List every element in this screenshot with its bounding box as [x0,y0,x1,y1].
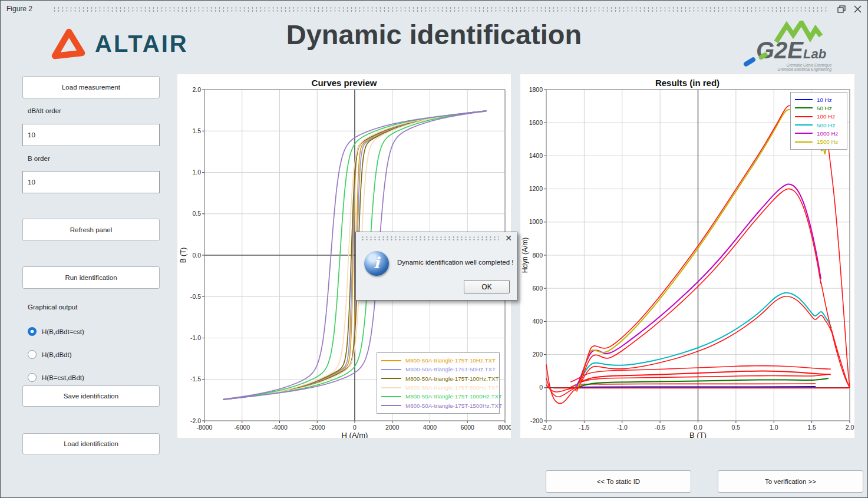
svg-text:-2.0: -2.0 [190,417,201,424]
svg-text:4000: 4000 [423,424,437,431]
legend-entry: 1500 Hz [795,138,843,145]
svg-text:6000: 6000 [461,424,475,431]
svg-text:1600: 1600 [529,119,543,126]
g2e-subtitle-en: Grenoble Electrical Engineering [778,67,831,71]
dialog-titlebar[interactable]: ✕ [356,232,517,244]
radio-h-b-dbdt[interactable]: H(B,dBdt) [28,350,72,359]
svg-text:0: 0 [539,384,543,391]
save-identification-button[interactable]: Save identification [22,385,160,407]
g2e-lab-text: Lab [803,47,826,61]
dialog-close-icon[interactable]: ✕ [505,234,512,242]
close-icon[interactable] [854,5,862,13]
legend-entry: M800-50A-triangle-175T-500Hz.TXT [381,384,495,391]
to-verification-button[interactable]: To verification >> [718,470,863,493]
svg-text:200: 200 [532,351,543,358]
svg-text:-8000: -8000 [197,424,213,431]
svg-text:0: 0 [353,424,357,431]
svg-text:-4000: -4000 [272,424,288,431]
run-identification-button[interactable]: Run identification [22,266,160,289]
load-identification-button[interactable]: Load identification [22,433,160,454]
ok-button[interactable]: OK [464,280,510,293]
svg-text:800: 800 [532,252,543,259]
g2e-subtitle-fr: Grenoble Génie Electrique [786,63,831,67]
svg-text:-2.0: -2.0 [541,424,552,431]
radio-button-icon[interactable] [28,373,37,382]
to-static-id-button[interactable]: << To static ID [546,470,691,493]
svg-text:1200: 1200 [529,185,543,192]
graphical-output-label: Graphical output [28,304,77,311]
figure-window: Figure 2 ALTAIR Dynamic identification G… [0,0,868,498]
svg-text:0.5: 0.5 [192,210,201,217]
svg-text:1.5: 1.5 [192,127,201,134]
radio-button-icon[interactable] [28,350,37,359]
results-legend: 10 Hz50 Hz100 Hz500 Hz1000 Hz1500 Hz [790,92,847,150]
svg-text:1.0: 1.0 [770,424,778,431]
legend-entry: M800-50A-triangle-175T-50Hz.TXT [381,366,495,372]
dbdt-order-input[interactable] [22,124,160,146]
dialog-drag-pattern [361,236,499,240]
svg-text:H (A/m): H (A/m) [342,431,368,438]
svg-text:1000: 1000 [529,218,543,225]
svg-text:B (T): B (T) [689,431,707,438]
legend-entry: 1000 Hz [795,130,843,137]
titlebar-drag-pattern [52,6,828,12]
svg-text:-1.5: -1.5 [579,424,589,431]
radio-h-b-dbdt-cst[interactable]: H(B,dBdt=cst) [28,327,84,336]
legend-entry: M800-50A-triangle-175T-100Hz.TXT [381,375,495,382]
svg-text:-0.5: -0.5 [190,293,201,300]
svg-text:0.0: 0.0 [694,424,702,431]
window-title: Figure 2 [6,5,32,13]
svg-text:600: 600 [532,285,543,292]
results-chart: -2.0-1.5-1.0-0.50.00.51.01.52.0-20002004… [520,74,855,438]
radio-h-bcst-dbdt[interactable]: H(B=cst,dBdt) [28,373,84,382]
svg-text:B (T): B (T) [179,248,187,263]
svg-text:2.0: 2.0 [846,424,854,431]
curves-preview-legend: M800-50A-triangle-175T-10Hz.TXTM800-50A-… [377,352,500,414]
g2e-blue-dash [743,57,757,67]
svg-text:1.5: 1.5 [807,424,816,431]
curves-preview-title: Curves preview [177,78,511,88]
svg-text:-200: -200 [530,417,543,424]
svg-text:1400: 1400 [529,152,543,159]
refresh-panel-button[interactable]: Refresh panel [22,219,160,241]
svg-text:2000: 2000 [385,424,400,431]
svg-text:0.5: 0.5 [732,424,741,431]
dialog-message: Dynamic identification well completed ! [397,259,514,266]
legend-entry: 10 Hz [795,97,843,103]
results-title: Results (in red) [520,78,854,88]
svg-text:-1.5: -1.5 [190,375,201,382]
g2e-wordmark: G2E [756,37,803,63]
info-icon: i [364,251,389,276]
legend-entry: M800-50A-triangle-175T-1000Hz.TXT [381,393,495,400]
svg-text:8000: 8000 [498,424,511,431]
legend-entry: 500 Hz [795,122,843,128]
svg-text:-6000: -6000 [234,424,250,431]
svg-text:-0.5: -0.5 [655,424,665,431]
g2elab-logo: G2ELab Grenoble Génie Electrique Grenobl… [743,21,837,71]
svg-text:-2000: -2000 [309,424,325,431]
radio-button-icon[interactable] [28,327,37,336]
legend-entry: 50 Hz [795,105,843,111]
b-order-label: B order [28,155,50,162]
svg-text:400: 400 [532,318,543,325]
completion-dialog: ✕ i Dynamic identification well complete… [355,232,517,301]
svg-text:0.0: 0.0 [192,252,201,259]
svg-text:-1.0: -1.0 [617,424,628,431]
dbdt-order-label: dB/dt order [28,107,61,114]
b-order-input[interactable] [22,171,160,193]
restore-icon[interactable] [837,5,846,13]
page-title: Dynamic identification [1,18,867,51]
svg-text:1.0: 1.0 [192,169,201,176]
legend-entry: 100 Hz [795,113,843,120]
load-measurement-button[interactable]: Load measurement [22,76,160,98]
window-titlebar[interactable]: Figure 2 [1,1,867,17]
legend-entry: M800-50A-triangle-175T-1500Hz.TXT [381,403,495,409]
svg-text:-1.0: -1.0 [190,334,201,341]
svg-text:Hdyn (A/m): Hdyn (A/m) [521,238,529,273]
legend-entry: M800-50A-triangle-175T-10Hz.TXT [381,357,495,364]
